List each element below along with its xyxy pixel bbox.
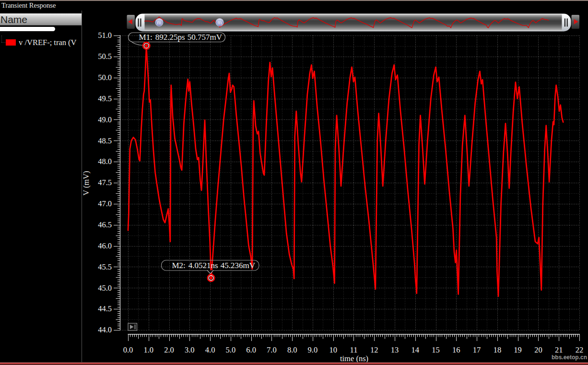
- svg-text:44.5: 44.5: [98, 304, 112, 313]
- svg-text:3.0: 3.0: [185, 345, 195, 354]
- svg-text:10: 10: [329, 345, 337, 354]
- svg-text:22: 22: [576, 345, 584, 354]
- svg-text:46.0: 46.0: [98, 241, 112, 250]
- svg-text:47.5: 47.5: [98, 178, 112, 187]
- svg-text:48.0: 48.0: [98, 157, 112, 166]
- svg-text:1.0: 1.0: [143, 345, 153, 354]
- svg-text:51.0: 51.0: [98, 31, 112, 40]
- svg-text:15: 15: [432, 345, 440, 354]
- svg-text:13: 13: [391, 345, 399, 354]
- svg-text:7.0: 7.0: [267, 345, 277, 354]
- svg-text:8.0: 8.0: [287, 345, 297, 354]
- svg-text:9.0: 9.0: [308, 345, 318, 354]
- svg-text:4.0: 4.0: [205, 345, 215, 354]
- svg-text:17: 17: [473, 345, 481, 354]
- svg-text:45.0: 45.0: [98, 283, 112, 293]
- svg-text:5.0: 5.0: [226, 345, 236, 354]
- svg-text:M2:4.0521ns45.236mV: M2:4.0521ns45.236mV: [172, 261, 256, 270]
- svg-text:46.5: 46.5: [98, 220, 112, 229]
- svg-text:50.5: 50.5: [98, 52, 112, 61]
- svg-text:m: m: [217, 19, 222, 26]
- svg-text:44.0: 44.0: [98, 325, 112, 334]
- svg-text:16: 16: [452, 345, 460, 354]
- svg-text:21: 21: [555, 345, 563, 354]
- svg-text:50.0: 50.0: [98, 73, 112, 82]
- svg-text:m: m: [157, 19, 162, 26]
- svg-text:0.0: 0.0: [123, 345, 133, 354]
- svg-text:19: 19: [514, 345, 522, 354]
- svg-text:18: 18: [494, 345, 502, 354]
- svg-text:12: 12: [370, 345, 378, 354]
- svg-text:20: 20: [534, 345, 542, 354]
- svg-text:47.0: 47.0: [98, 199, 112, 208]
- svg-text:11: 11: [350, 345, 358, 354]
- svg-text:45.5: 45.5: [98, 262, 112, 271]
- svg-text:M1:892.25ps50.757mV: M1:892.25ps50.757mV: [139, 33, 223, 42]
- svg-text:V (mV): V (mV): [82, 171, 91, 195]
- svg-text:48.5: 48.5: [98, 136, 112, 145]
- svg-text:14: 14: [412, 345, 420, 354]
- svg-text:6.0: 6.0: [246, 345, 256, 354]
- svg-text:2.0: 2.0: [164, 345, 174, 354]
- svg-text:49.5: 49.5: [98, 94, 112, 103]
- svg-text:49.0: 49.0: [98, 115, 112, 124]
